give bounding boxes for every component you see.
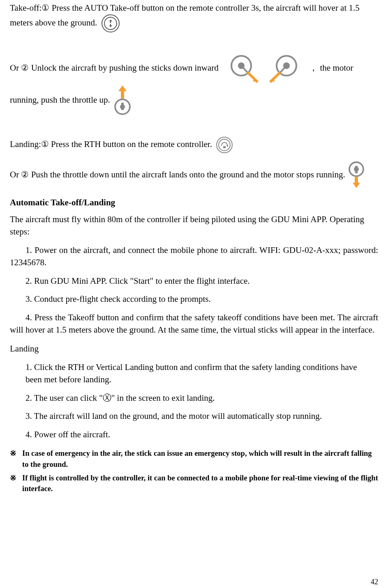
svg-point-5 — [238, 62, 245, 69]
takeoff-label: Take-off: — [10, 3, 42, 13]
circled-2b: ② — [21, 170, 29, 179]
step-1: 1. Power on the aircraft, and connect th… — [10, 244, 378, 269]
document-page: Take-off:① Press the AUTO Take-off butto… — [0, 2, 388, 588]
takeoff-para-1: Take-off:① Press the AUTO Take-off butto… — [10, 2, 378, 33]
landing-step-4: 4. Power off the aircraft. — [25, 428, 378, 441]
rth-icon — [216, 136, 233, 154]
step-2: 2. Run GDU Mini APP. Click "Start" to en… — [25, 275, 378, 287]
landing-step-1: 1. Click the RTH or Vertical Landing but… — [25, 361, 378, 386]
landing-text-2: Push the throttle down until the aircraf… — [29, 170, 347, 179]
landing-label: Landing: — [10, 139, 41, 149]
throttle-up-icon — [112, 85, 133, 117]
or-label-2: Or — [10, 170, 21, 179]
note-symbol: ※ — [10, 473, 22, 495]
landing-heading: Landing — [10, 342, 378, 355]
svg-rect-16 — [223, 146, 226, 148]
note-text-1: In case of emergency in the air, the sti… — [22, 448, 378, 470]
intro-text: The aircraft must fly within 80m of the … — [10, 213, 378, 238]
step-4: 4. Press the Takeoff button and confirm … — [10, 311, 378, 336]
circled-2: ② — [21, 63, 29, 73]
landing-steps: 1. Click the RTH or Vertical Landing but… — [10, 361, 378, 441]
circled-1: ① — [42, 3, 49, 13]
svg-point-13 — [120, 104, 125, 109]
note-1: ※ In case of emergency in the air, the s… — [10, 448, 378, 470]
note-symbol: ※ — [10, 448, 22, 470]
landing-step-2: 2. The user can click "Ⓧ" in the screen … — [25, 392, 378, 404]
note-2: ※ If flight is controlled by the control… — [10, 473, 378, 495]
or-label: Or — [10, 63, 21, 73]
landing-step-3: 3. The aircraft will land on the ground,… — [25, 410, 378, 422]
takeoff-text-2a: Unlock the aircraft by pushing the stick… — [29, 63, 221, 73]
landing-para-1: Landing:① Press the RTH button on the re… — [10, 136, 378, 154]
svg-point-20 — [354, 167, 359, 172]
page-number: 42 — [371, 577, 378, 587]
sticks-inward-icon — [225, 53, 303, 85]
takeoff-text-1: Press the AUTO Take-off button on the re… — [10, 3, 360, 28]
takeoff-para-2: Or ② Unlock the aircraft by pushing the … — [10, 53, 378, 117]
auto-takeoff-icon — [101, 14, 120, 33]
svg-point-9 — [283, 62, 290, 69]
heading-auto-takeoff-landing: Automatic Take-off/Landing — [10, 196, 378, 209]
circled-1b: ① — [41, 139, 49, 149]
operating-steps: 1. Power on the aircraft, and connect th… — [10, 244, 378, 336]
step-3: 3. Conduct pre-flight check according to… — [25, 293, 378, 305]
throttle-down-icon — [347, 161, 365, 190]
landing-para-2: Or ② Push the throttle down until the ai… — [10, 161, 378, 190]
svg-point-15 — [219, 139, 230, 151]
notes-block: ※ In case of emergency in the air, the s… — [10, 448, 378, 494]
note-text-2: If flight is controlled by the controlle… — [22, 473, 378, 495]
svg-point-1 — [104, 17, 117, 30]
landing-text-1: Press the RTH button on the remote contr… — [49, 139, 214, 149]
